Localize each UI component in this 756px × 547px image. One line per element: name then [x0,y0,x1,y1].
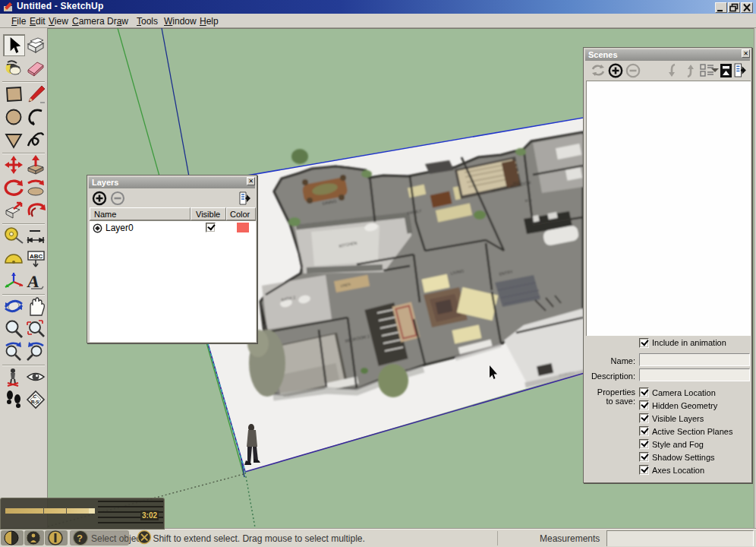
svg-text:A: A [26,272,40,291]
svg-text:?: ? [77,533,83,544]
svg-text:C: C [33,394,37,399]
svg-text:ABC: ABC [30,253,43,260]
svg-text:R-S: R-S [31,400,39,404]
